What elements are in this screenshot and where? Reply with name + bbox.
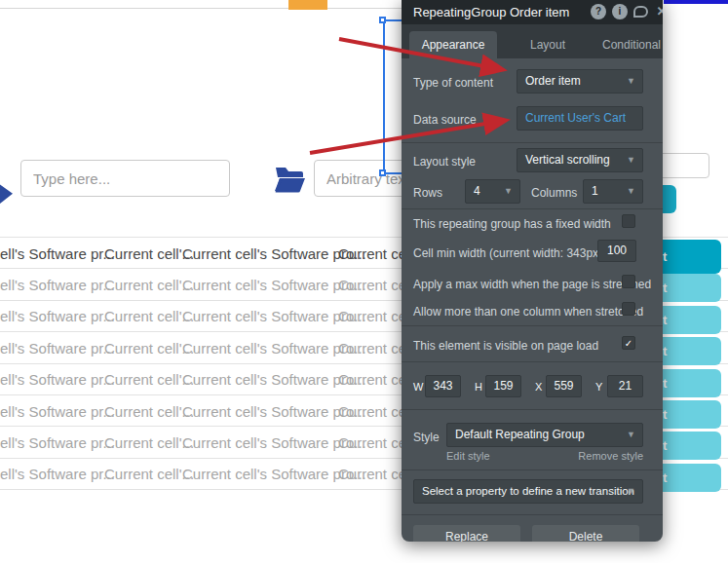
columns-dropdown[interactable]: 1 ▼: [583, 179, 643, 204]
style-value: Default Repeating Group: [455, 428, 585, 441]
w-input[interactable]: 343: [425, 375, 461, 397]
style-label: Style: [413, 431, 440, 444]
type-of-content-label: Type of content: [413, 76, 493, 90]
remove-style-link[interactable]: Remove style: [578, 450, 643, 462]
info-icon[interactable]: i: [612, 4, 628, 19]
table-cell: Current ce: [338, 308, 406, 324]
columns-value: 1: [592, 184, 598, 198]
layout-style-label: Layout style: [413, 155, 476, 169]
table-cell: Current ce: [338, 466, 406, 482]
table-cell: ell's Software pr...: [0, 339, 115, 356]
section-divider: [402, 514, 663, 515]
style-dropdown[interactable]: Default Repeating Group ▼: [446, 423, 643, 447]
rows-value: 4: [474, 184, 480, 198]
help-icon[interactable]: ?: [591, 4, 606, 19]
tab-conditional[interactable]: Conditional: [593, 31, 663, 58]
panel-tab-bar: Appearance Layout Conditional: [402, 24, 663, 58]
max-width-label: Apply a max width when the page is stret…: [413, 278, 651, 291]
table-cell: Current ce: [338, 339, 406, 356]
section-divider: [402, 409, 663, 410]
table-cell: Current ce: [338, 244, 406, 261]
fixed-width-label: This repeating group has a fixed width: [413, 217, 611, 231]
y-label: Y: [595, 381, 602, 393]
table-cell: Current cell'...: [104, 466, 194, 482]
one-column-label: Allow more than one column when stretche…: [413, 305, 643, 319]
table-cell: Current cell'...: [104, 339, 194, 356]
x-value: 559: [554, 379, 573, 393]
y-input[interactable]: 21: [607, 375, 643, 397]
layout-style-dropdown[interactable]: Vertical scrolling ▼: [517, 148, 643, 172]
cell-min-width-value: 100: [607, 244, 627, 257]
table-cell: Current cell'...: [104, 402, 194, 419]
section-divider: [402, 208, 663, 209]
table-cell: ell's Software pr...: [0, 371, 115, 388]
chevron-down-icon: ▼: [627, 424, 635, 446]
table-cell: ell's Software pr...: [0, 244, 115, 261]
selection-handle-bottom-left[interactable]: [379, 169, 386, 176]
selection-bottom-edge: [385, 172, 402, 174]
chevron-down-icon: ▼: [627, 70, 635, 93]
navy-bar-element[interactable]: [664, 0, 728, 4]
orange-element[interactable]: [288, 0, 327, 10]
chevron-down-icon: ▼: [627, 149, 635, 171]
chevron-down-icon: ▼: [504, 180, 513, 203]
columns-label: Columns: [531, 186, 577, 200]
data-source-value: Current User's Cart: [525, 111, 626, 125]
edit-style-link[interactable]: Edit style: [446, 450, 490, 462]
table-cell: Current cell'...: [104, 434, 194, 451]
table-cell: Current cell'...: [104, 371, 194, 388]
w-value: 343: [433, 379, 452, 393]
rows-label: Rows: [413, 186, 442, 200]
panel-header[interactable]: RepeatingGroup Order item ? i ✕: [402, 0, 663, 24]
fixed-width-checkbox[interactable]: [622, 214, 635, 228]
section-divider: [402, 142, 663, 143]
bubble-editor-canvas: ell's Software pr...Current cell'...Curr…: [0, 0, 728, 563]
selection-top-edge: [385, 19, 402, 21]
table-cell: Current cell'...: [104, 244, 194, 261]
table-cell: ell's Software pr...: [0, 434, 115, 451]
cell-min-width-label: Cell min width (current width: 343px): [413, 246, 602, 260]
tab-layout[interactable]: Layout: [509, 31, 587, 58]
one-column-checkbox[interactable]: [622, 302, 635, 316]
type-here-input[interactable]: [20, 160, 230, 197]
data-source-label: Data source: [413, 113, 477, 127]
selection-left-edge: [383, 19, 385, 174]
section-divider: [402, 325, 663, 326]
section-divider: [402, 361, 663, 362]
visible-on-load-checkbox[interactable]: [622, 336, 635, 350]
table-cell: Current ce: [338, 434, 406, 451]
max-width-checkbox[interactable]: [622, 275, 635, 288]
h-value: 159: [493, 379, 513, 393]
type-of-content-dropdown[interactable]: Order item ▼: [517, 69, 643, 94]
table-cell: Current ce: [338, 277, 406, 293]
table-cell: Current ce: [338, 371, 406, 388]
rows-dropdown[interactable]: 4 ▼: [465, 179, 520, 204]
folder-icon[interactable]: [274, 162, 305, 195]
h-input[interactable]: 159: [485, 375, 521, 397]
clipped-blue-icon[interactable]: [0, 181, 13, 204]
close-icon[interactable]: ✕: [654, 4, 663, 19]
cell-min-width-input[interactable]: 100: [597, 240, 636, 262]
section-divider: [402, 469, 663, 470]
table-cell: Current cell'...: [104, 277, 194, 293]
replace-button[interactable]: Replace: [413, 525, 520, 542]
table-cell: ell's Software pr...: [0, 277, 115, 293]
visible-on-load-label: This element is visible on page load: [413, 339, 598, 353]
type-of-content-value: Order item: [525, 74, 581, 88]
y-value: 21: [619, 379, 632, 393]
w-label: W: [413, 381, 423, 393]
delete-button[interactable]: Delete: [532, 525, 639, 542]
tab-appearance[interactable]: Appearance: [409, 31, 497, 58]
property-editor-panel: RepeatingGroup Order item ? i ✕ Appearan…: [402, 0, 663, 542]
transition-dropdown[interactable]: Select a property to define a new transi…: [413, 479, 643, 504]
selection-handle-top-left[interactable]: [379, 17, 386, 23]
panel-title: RepeatingGroup Order item: [413, 5, 569, 19]
transition-placeholder: Select a property to define a new transi…: [422, 485, 634, 497]
table-cell: ell's Software pr...: [0, 402, 115, 419]
table-cell: Current ce: [338, 402, 406, 419]
x-input[interactable]: 559: [546, 375, 582, 397]
table-cell: Current cell'...: [104, 308, 194, 324]
comment-icon[interactable]: [633, 6, 648, 18]
data-source-field[interactable]: Current User's Cart: [517, 106, 643, 131]
table-cell: ell's Software pr...: [0, 466, 115, 482]
